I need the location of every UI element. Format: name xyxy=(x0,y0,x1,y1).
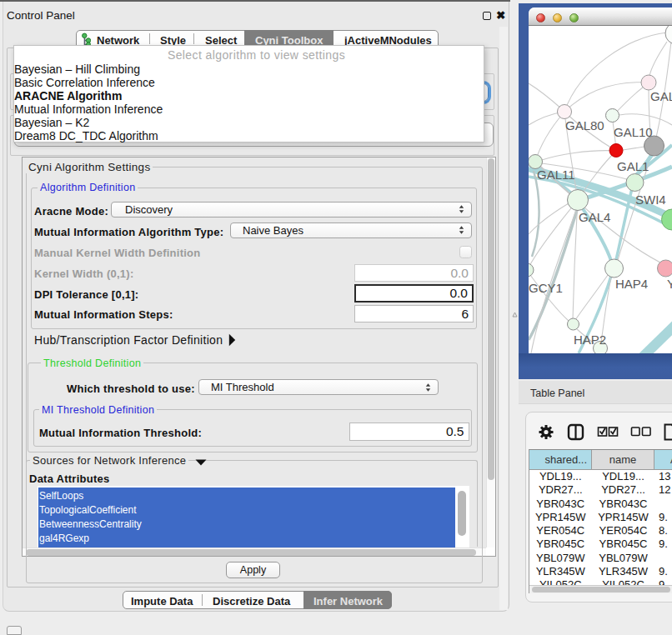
svg-text:GAL80: GAL80 xyxy=(565,118,604,132)
svg-text:GCY1: GCY1 xyxy=(529,281,563,295)
svg-text:GAL11: GAL11 xyxy=(537,168,575,182)
svg-text:GAL10: GAL10 xyxy=(614,125,653,139)
svg-text:SWI4: SWI4 xyxy=(635,192,666,207)
svg-text:GAL1: GAL1 xyxy=(617,159,649,173)
svg-text:HAP2: HAP2 xyxy=(574,332,606,347)
svg-text:GAL: GAL xyxy=(650,89,672,103)
svg-text:Y: Y xyxy=(667,277,672,291)
svg-text:HAP4: HAP4 xyxy=(615,277,648,291)
svg-text:GAL4: GAL4 xyxy=(579,210,610,224)
